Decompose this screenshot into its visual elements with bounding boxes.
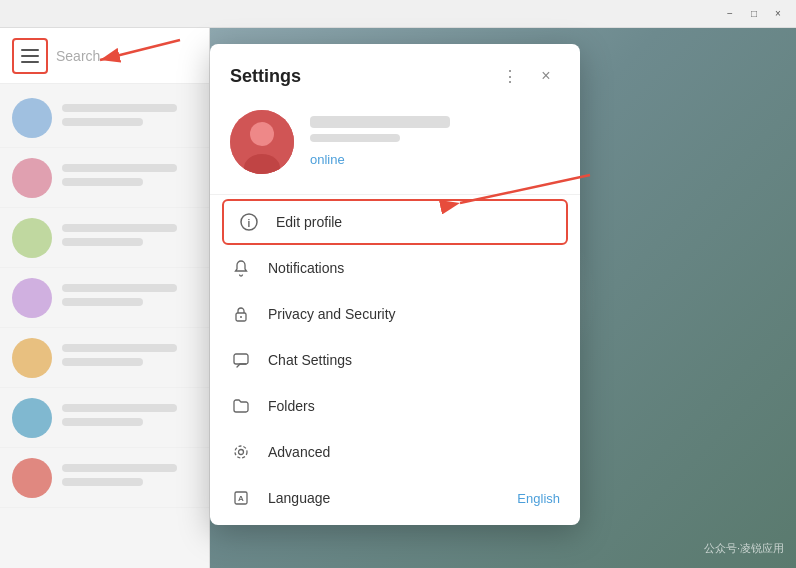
info-icon: i — [238, 211, 260, 233]
chat-item — [0, 388, 209, 448]
language-icon: A — [230, 487, 252, 509]
chat-line — [62, 418, 143, 426]
bell-icon — [230, 257, 252, 279]
hamburger-line — [21, 49, 39, 51]
lock-icon — [230, 303, 252, 325]
profile-name-blurred — [310, 116, 450, 128]
menu-item-label: Notifications — [268, 260, 560, 276]
avatar-image — [230, 110, 294, 174]
chat-line — [62, 104, 177, 112]
menu-list: i Edit profile Notifications — [210, 195, 580, 525]
chat-line — [62, 238, 143, 246]
modal-title: Settings — [230, 66, 301, 87]
chat-icon — [230, 349, 252, 371]
chat-line — [62, 164, 177, 172]
svg-text:A: A — [238, 494, 244, 503]
profile-info: online — [310, 116, 560, 168]
chat-item — [0, 208, 209, 268]
chat-line — [62, 404, 177, 412]
minimize-button[interactable]: − — [720, 6, 740, 22]
chat-avatar — [12, 98, 52, 138]
chat-lines — [62, 344, 197, 372]
chat-line — [62, 298, 143, 306]
window-chrome: − □ × — [0, 0, 796, 28]
more-options-button[interactable]: ⋮ — [496, 62, 524, 90]
folder-icon — [230, 395, 252, 417]
chat-lines — [62, 224, 197, 252]
svg-text:i: i — [248, 218, 251, 229]
chat-item — [0, 328, 209, 388]
menu-item-label: Privacy and Security — [268, 306, 560, 322]
svg-point-15 — [239, 450, 244, 455]
menu-item-language[interactable]: A Language English — [210, 475, 580, 521]
svg-line-6 — [100, 40, 180, 60]
chat-item — [0, 448, 209, 508]
hamburger-line — [21, 55, 39, 57]
profile-name-blurred-2 — [310, 134, 400, 142]
chat-line — [62, 178, 143, 186]
menu-item-notifications[interactable]: Notifications — [210, 245, 580, 291]
close-button[interactable]: × — [768, 6, 788, 22]
chat-line — [62, 118, 143, 126]
hamburger-button[interactable] — [12, 38, 48, 74]
chat-list — [0, 84, 209, 512]
chat-item — [0, 148, 209, 208]
svg-rect-14 — [234, 354, 248, 364]
arrow-to-hamburger — [60, 32, 190, 72]
chat-line — [62, 224, 177, 232]
menu-item-label: Chat Settings — [268, 352, 560, 368]
chat-lines — [62, 164, 197, 192]
menu-item-privacy-security[interactable]: Privacy and Security — [210, 291, 580, 337]
chat-item — [0, 268, 209, 328]
chat-lines — [62, 104, 197, 132]
svg-line-20 — [460, 175, 590, 203]
chat-line — [62, 344, 177, 352]
menu-item-label: Folders — [268, 398, 560, 414]
settings-modal: Settings ⋮ × online — [210, 44, 580, 525]
chat-avatar — [12, 458, 52, 498]
chat-avatar — [12, 158, 52, 198]
close-modal-button[interactable]: × — [532, 62, 560, 90]
modal-header: Settings ⋮ × — [210, 44, 580, 102]
chat-lines — [62, 284, 197, 312]
chat-line — [62, 358, 143, 366]
language-value: English — [517, 491, 560, 506]
chat-line — [62, 284, 177, 292]
svg-point-8 — [250, 122, 274, 146]
arrow-to-edit-profile — [400, 165, 600, 225]
modal-header-actions: ⋮ × — [496, 62, 560, 90]
chat-lines — [62, 464, 197, 492]
chat-line — [62, 464, 177, 472]
menu-item-label: Advanced — [268, 444, 560, 460]
avatar — [230, 110, 294, 174]
hamburger-line — [21, 61, 39, 63]
svg-point-16 — [235, 446, 247, 458]
chat-avatar — [12, 218, 52, 258]
watermark: 公众号·凌锐应用 — [704, 541, 784, 556]
menu-item-folders[interactable]: Folders — [210, 383, 580, 429]
chat-lines — [62, 404, 197, 432]
menu-item-chat-settings[interactable]: Chat Settings — [210, 337, 580, 383]
menu-item-advanced[interactable]: Advanced — [210, 429, 580, 475]
menu-item-label: Language — [268, 490, 501, 506]
advanced-icon — [230, 441, 252, 463]
restore-button[interactable]: □ — [744, 6, 764, 22]
svg-point-13 — [240, 316, 242, 318]
chat-avatar — [12, 278, 52, 318]
chat-line — [62, 478, 143, 486]
chat-item — [0, 88, 209, 148]
sidebar: Search — [0, 28, 210, 568]
chat-avatar — [12, 398, 52, 438]
avatar-svg — [230, 110, 294, 174]
profile-status: online — [310, 152, 345, 167]
chat-avatar — [12, 338, 52, 378]
